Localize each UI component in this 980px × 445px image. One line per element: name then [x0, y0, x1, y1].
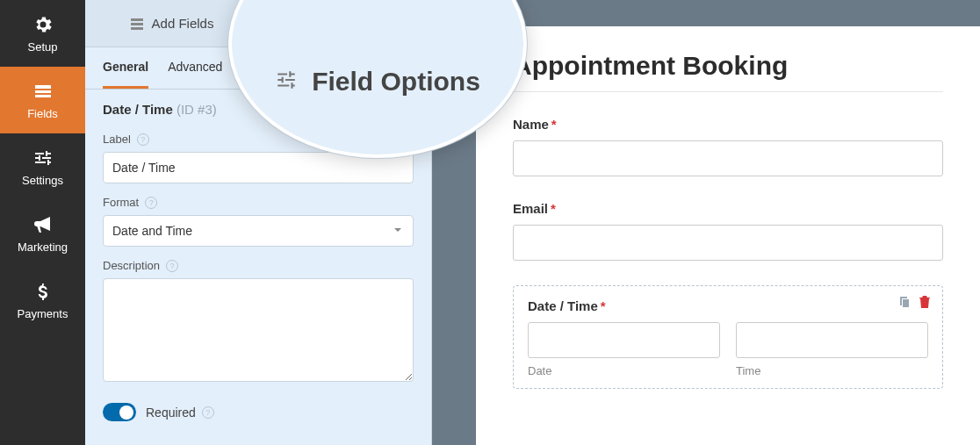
bullhorn-icon — [32, 214, 54, 235]
sliders-icon — [32, 147, 54, 169]
sidebar-item-setup[interactable]: Setup — [0, 0, 85, 67]
main-sidebar: Setup Fields Settings Marketing Payments — [0, 0, 85, 445]
subtab-general[interactable]: General — [103, 47, 148, 89]
field-label: Date / Time* — [528, 298, 928, 313]
layout-icon — [130, 17, 144, 31]
sidebar-item-settings[interactable]: Settings — [0, 133, 85, 200]
tab-label: Add Fields — [152, 16, 214, 31]
sidebar-item-fields[interactable]: Fields — [0, 67, 85, 133]
description-label: Description ? — [103, 259, 414, 272]
dollar-icon — [32, 281, 54, 302]
preview-field-email[interactable]: Email* — [513, 201, 943, 261]
field-id: (ID #3) — [177, 102, 217, 117]
date-sublabel: Date — [528, 364, 720, 377]
help-icon[interactable]: ? — [202, 406, 214, 419]
required-asterisk: * — [551, 117, 557, 132]
help-icon[interactable]: ? — [137, 133, 149, 146]
field-label: Email* — [513, 201, 943, 216]
name-input[interactable] — [513, 140, 943, 176]
sliders-icon — [275, 68, 312, 95]
preview-field-datetime-selected[interactable]: Date / Time* Date Time — [513, 285, 943, 389]
sidebar-label: Marketing — [18, 240, 68, 254]
field-name: Date / Time — [103, 102, 173, 117]
sidebar-item-marketing[interactable]: Marketing — [0, 200, 85, 267]
help-icon[interactable]: ? — [166, 260, 178, 272]
preview-field-name[interactable]: Name* — [513, 117, 943, 176]
format-label: Format ? — [103, 196, 414, 209]
required-toggle[interactable] — [103, 403, 136, 421]
required-asterisk: * — [601, 298, 606, 313]
date-input[interactable] — [528, 322, 720, 358]
email-input[interactable] — [513, 225, 943, 261]
zoom-label: Field Options — [312, 67, 480, 97]
field-label: Name* — [513, 117, 943, 132]
required-label: Required — [146, 406, 196, 420]
required-asterisk: * — [551, 201, 556, 216]
time-sublabel: Time — [736, 364, 928, 377]
trash-icon[interactable] — [918, 295, 932, 312]
help-icon[interactable]: ? — [145, 197, 157, 209]
divider — [513, 91, 943, 92]
time-input[interactable] — [736, 322, 928, 358]
description-textarea[interactable] — [103, 278, 414, 382]
subtab-advanced[interactable]: Advanced — [168, 47, 222, 89]
sidebar-label: Fields — [27, 107, 58, 120]
duplicate-icon[interactable] — [897, 295, 911, 312]
format-select[interactable]: Date and Time — [103, 215, 414, 247]
sidebar-label: Settings — [22, 174, 63, 187]
sidebar-item-payments[interactable]: Payments — [0, 267, 85, 334]
form-icon — [32, 81, 54, 102]
sidebar-label: Payments — [18, 307, 68, 320]
gear-icon — [32, 14, 54, 35]
form-preview-card: Appointment Booking Name* Email* — [476, 26, 980, 445]
form-title: Appointment Booking — [513, 51, 943, 81]
sidebar-label: Setup — [28, 40, 58, 54]
